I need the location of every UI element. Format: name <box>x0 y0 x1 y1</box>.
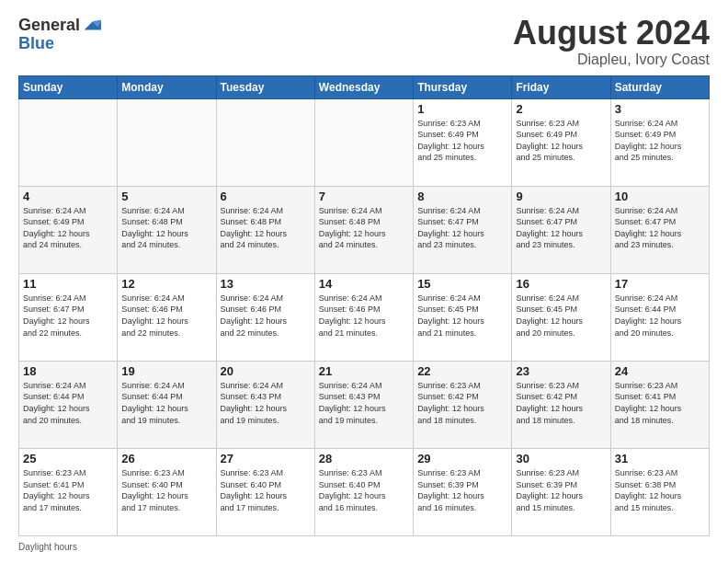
logo-icon <box>81 15 101 35</box>
day-number: 25 <box>23 452 113 465</box>
day-number: 3 <box>615 102 705 116</box>
day-number: 10 <box>615 190 705 203</box>
day-number: 20 <box>221 364 311 378</box>
day-number: 22 <box>417 364 507 378</box>
day-number: 30 <box>516 452 606 465</box>
day-number: 8 <box>417 190 507 203</box>
table-row: 5Sunrise: 6:24 AM Sunset: 6:48 PM Daylig… <box>118 186 216 273</box>
day-info: Sunrise: 6:23 AM Sunset: 6:41 PM Dayligh… <box>23 467 113 513</box>
table-row: 19Sunrise: 6:24 AM Sunset: 6:44 PM Dayli… <box>118 361 216 448</box>
col-saturday: Saturday <box>610 75 709 98</box>
day-number: 11 <box>23 277 113 291</box>
table-row: 2Sunrise: 6:23 AM Sunset: 6:49 PM Daylig… <box>512 98 610 186</box>
logo: General Blue <box>18 15 101 52</box>
day-number: 19 <box>121 364 211 378</box>
table-row: 8Sunrise: 6:24 AM Sunset: 6:47 PM Daylig… <box>414 186 512 273</box>
day-info: Sunrise: 6:24 AM Sunset: 6:47 PM Dayligh… <box>23 293 113 339</box>
day-info: Sunrise: 6:24 AM Sunset: 6:44 PM Dayligh… <box>615 293 705 339</box>
calendar-header-row: Sunday Monday Tuesday Wednesday Thursday… <box>19 75 710 98</box>
day-number: 5 <box>121 190 211 203</box>
day-info: Sunrise: 6:23 AM Sunset: 6:49 PM Dayligh… <box>516 118 606 164</box>
table-row: 21Sunrise: 6:24 AM Sunset: 6:43 PM Dayli… <box>314 361 413 448</box>
day-number: 24 <box>615 364 705 378</box>
table-row: 16Sunrise: 6:24 AM Sunset: 6:45 PM Dayli… <box>512 273 610 361</box>
table-row: 12Sunrise: 6:24 AM Sunset: 6:46 PM Dayli… <box>118 273 216 361</box>
day-info: Sunrise: 6:23 AM Sunset: 6:40 PM Dayligh… <box>221 467 311 513</box>
logo-blue-text: Blue <box>18 35 101 52</box>
col-tuesday: Tuesday <box>216 75 314 98</box>
table-row: 4Sunrise: 6:24 AM Sunset: 6:49 PM Daylig… <box>19 186 118 273</box>
page-title: August 2024 <box>513 15 710 52</box>
day-number: 6 <box>221 190 311 203</box>
calendar-week-row: 11Sunrise: 6:24 AM Sunset: 6:47 PM Dayli… <box>19 273 710 361</box>
header: General Blue August 2024 Diapleu, Ivory … <box>18 15 710 68</box>
table-row: 13Sunrise: 6:24 AM Sunset: 6:46 PM Dayli… <box>216 273 314 361</box>
table-row: 15Sunrise: 6:24 AM Sunset: 6:45 PM Dayli… <box>414 273 512 361</box>
day-info: Sunrise: 6:24 AM Sunset: 6:48 PM Dayligh… <box>121 205 211 251</box>
day-info: Sunrise: 6:23 AM Sunset: 6:42 PM Dayligh… <box>516 380 606 426</box>
day-info: Sunrise: 6:24 AM Sunset: 6:49 PM Dayligh… <box>615 118 705 164</box>
footer-text: Daylight hours <box>18 542 77 552</box>
calendar-week-row: 1Sunrise: 6:23 AM Sunset: 6:49 PM Daylig… <box>19 98 710 186</box>
day-number: 13 <box>221 277 311 291</box>
day-number: 21 <box>319 364 409 378</box>
table-row: 30Sunrise: 6:23 AM Sunset: 6:39 PM Dayli… <box>512 448 610 535</box>
day-info: Sunrise: 6:24 AM Sunset: 6:46 PM Dayligh… <box>319 293 409 339</box>
day-number: 15 <box>417 277 507 291</box>
day-number: 26 <box>121 452 211 465</box>
page: General Blue August 2024 Diapleu, Ivory … <box>0 0 728 563</box>
table-row: 1Sunrise: 6:23 AM Sunset: 6:49 PM Daylig… <box>414 98 512 186</box>
table-row: 22Sunrise: 6:23 AM Sunset: 6:42 PM Dayli… <box>414 361 512 448</box>
calendar-week-row: 18Sunrise: 6:24 AM Sunset: 6:44 PM Dayli… <box>19 361 710 448</box>
day-number: 16 <box>516 277 606 291</box>
day-info: Sunrise: 6:24 AM Sunset: 6:48 PM Dayligh… <box>221 205 311 251</box>
day-info: Sunrise: 6:23 AM Sunset: 6:40 PM Dayligh… <box>319 467 409 513</box>
table-row: 7Sunrise: 6:24 AM Sunset: 6:48 PM Daylig… <box>314 186 413 273</box>
day-info: Sunrise: 6:24 AM Sunset: 6:47 PM Dayligh… <box>615 205 705 251</box>
day-info: Sunrise: 6:24 AM Sunset: 6:43 PM Dayligh… <box>221 380 311 426</box>
col-wednesday: Wednesday <box>314 75 413 98</box>
day-info: Sunrise: 6:24 AM Sunset: 6:46 PM Dayligh… <box>121 293 211 339</box>
day-info: Sunrise: 6:24 AM Sunset: 6:49 PM Dayligh… <box>23 205 113 251</box>
day-number: 9 <box>516 190 606 203</box>
table-row: 17Sunrise: 6:24 AM Sunset: 6:44 PM Dayli… <box>610 273 709 361</box>
day-info: Sunrise: 6:24 AM Sunset: 6:47 PM Dayligh… <box>516 205 606 251</box>
table-row: 28Sunrise: 6:23 AM Sunset: 6:40 PM Dayli… <box>314 448 413 535</box>
table-row: 24Sunrise: 6:23 AM Sunset: 6:41 PM Dayli… <box>610 361 709 448</box>
table-row: 6Sunrise: 6:24 AM Sunset: 6:48 PM Daylig… <box>216 186 314 273</box>
table-row: 9Sunrise: 6:24 AM Sunset: 6:47 PM Daylig… <box>512 186 610 273</box>
calendar-week-row: 4Sunrise: 6:24 AM Sunset: 6:49 PM Daylig… <box>19 186 710 273</box>
table-row <box>314 98 413 186</box>
day-info: Sunrise: 6:24 AM Sunset: 6:45 PM Dayligh… <box>417 293 507 339</box>
table-row: 23Sunrise: 6:23 AM Sunset: 6:42 PM Dayli… <box>512 361 610 448</box>
table-row: 25Sunrise: 6:23 AM Sunset: 6:41 PM Dayli… <box>19 448 118 535</box>
day-info: Sunrise: 6:24 AM Sunset: 6:46 PM Dayligh… <box>221 293 311 339</box>
day-info: Sunrise: 6:23 AM Sunset: 6:41 PM Dayligh… <box>615 380 705 426</box>
day-info: Sunrise: 6:24 AM Sunset: 6:44 PM Dayligh… <box>23 380 113 426</box>
day-info: Sunrise: 6:24 AM Sunset: 6:44 PM Dayligh… <box>121 380 211 426</box>
calendar-week-row: 25Sunrise: 6:23 AM Sunset: 6:41 PM Dayli… <box>19 448 710 535</box>
table-row: 29Sunrise: 6:23 AM Sunset: 6:39 PM Dayli… <box>414 448 512 535</box>
day-info: Sunrise: 6:23 AM Sunset: 6:38 PM Dayligh… <box>615 467 705 513</box>
table-row: 3Sunrise: 6:24 AM Sunset: 6:49 PM Daylig… <box>610 98 709 186</box>
day-info: Sunrise: 6:23 AM Sunset: 6:39 PM Dayligh… <box>417 467 507 513</box>
day-info: Sunrise: 6:23 AM Sunset: 6:39 PM Dayligh… <box>516 467 606 513</box>
calendar-table: Sunday Monday Tuesday Wednesday Thursday… <box>18 75 710 536</box>
table-row: 14Sunrise: 6:24 AM Sunset: 6:46 PM Dayli… <box>314 273 413 361</box>
table-row: 31Sunrise: 6:23 AM Sunset: 6:38 PM Dayli… <box>610 448 709 535</box>
day-number: 4 <box>23 190 113 203</box>
day-info: Sunrise: 6:23 AM Sunset: 6:42 PM Dayligh… <box>417 380 507 426</box>
day-number: 18 <box>23 364 113 378</box>
col-friday: Friday <box>512 75 610 98</box>
table-row <box>19 98 118 186</box>
table-row: 27Sunrise: 6:23 AM Sunset: 6:40 PM Dayli… <box>216 448 314 535</box>
table-row <box>118 98 216 186</box>
day-info: Sunrise: 6:23 AM Sunset: 6:49 PM Dayligh… <box>417 118 507 164</box>
day-info: Sunrise: 6:23 AM Sunset: 6:40 PM Dayligh… <box>121 467 211 513</box>
table-row: 18Sunrise: 6:24 AM Sunset: 6:44 PM Dayli… <box>19 361 118 448</box>
day-number: 17 <box>615 277 705 291</box>
table-row <box>216 98 314 186</box>
col-monday: Monday <box>118 75 216 98</box>
day-number: 7 <box>319 190 409 203</box>
day-number: 2 <box>516 102 606 116</box>
